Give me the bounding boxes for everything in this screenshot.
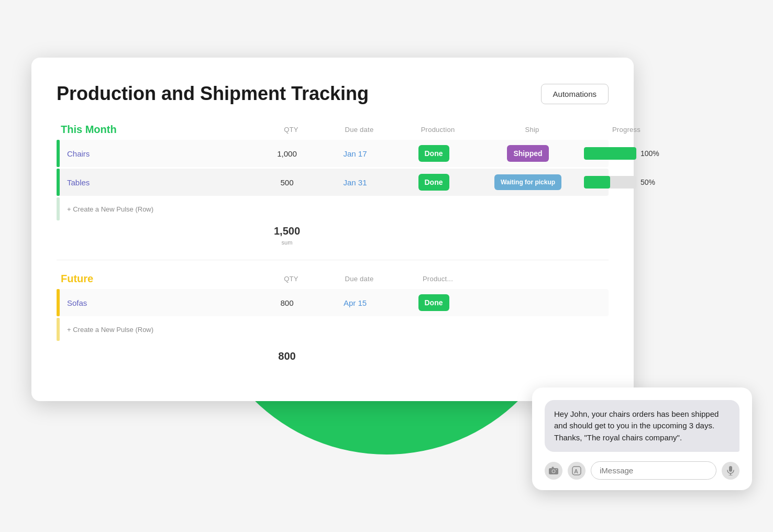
table-row: Sofas 800 Apr 15 Done [57,289,609,316]
progress-fill-chairs [584,147,636,160]
appstore-icon[interactable]: A [568,462,586,480]
scene: Production and Shipment Tracking Automat… [0,0,773,532]
row-indicator-green [57,169,60,196]
row-indicator-yellow [57,289,60,316]
table-row: Tables 500 Jan 31 Done Waiting for picku… [57,169,609,196]
ship-badge-chairs: Shipped [507,145,548,162]
sum-row-this-month: 1,500 sum [57,222,609,249]
future-header: Future QTY Due date Product... [57,273,609,285]
table-row: Chairs 1,000 Jan 17 Done Shipped 100% [57,140,609,167]
progress-track-chairs [584,147,636,160]
production-badge-sofas: Done [418,294,449,311]
imessage-input[interactable] [591,461,716,480]
progress-cell-chairs: 100% [580,147,664,160]
row-indicator-green [57,140,60,167]
sum-value: 1,500 [256,225,318,237]
create-indicator-future [57,318,60,341]
create-row-this-month[interactable]: + Create a New Pulse (Row) [57,197,609,220]
row-name-cell: Sofas [57,289,256,316]
svg-rect-7 [729,466,732,472]
section-divider [57,260,609,260]
row-qty-sofas: 800 [256,298,318,307]
create-row-label: + Create a New Pulse (Row) [67,205,153,213]
production-badge-tables: Done [418,174,449,191]
ship-badge-tables: Waiting for pickup [494,174,561,190]
svg-rect-3 [552,467,554,469]
col-ship-header: Ship [480,126,584,134]
sum-cell: 1,500 sum [256,225,318,247]
progress-track-tables [584,176,636,189]
create-indicator [57,197,60,220]
col-progress-header: Progress [584,126,668,134]
future-col-due-date-header: Due date [323,275,396,283]
row-name-cell: Tables [57,169,256,196]
message-bubble: Hey John, your chairs orders has been sh… [545,400,739,452]
camera-icon[interactable] [545,462,562,480]
row-qty-tables: 500 [256,178,318,187]
row-qty-chairs: 1,000 [256,149,318,158]
svg-text:A: A [574,468,578,474]
create-row-cell[interactable]: + Create a New Pulse (Row) [57,197,256,220]
row-date-chairs: Jan 17 [318,149,392,158]
create-row-label-future: + Create a New Pulse (Row) [67,326,153,334]
sum-row-future: 800 [57,342,609,370]
this-month-header: This Month QTY Due date Production Ship … [57,124,609,136]
this-month-label: This Month [61,124,260,136]
imessage-card: Hey John, your chairs orders has been sh… [532,387,752,491]
imessage-toolbar: A [545,461,739,480]
row-name-tables: Tables [67,178,90,187]
card-header: Production and Shipment Tracking Automat… [57,83,609,105]
progress-pct-tables: 50% [641,178,660,186]
future-col-production-header: Product... [396,275,480,283]
col-due-date-header: Due date [323,126,396,134]
col-production-header: Production [396,126,480,134]
col-qty-header: QTY [260,126,323,134]
sum-label: sum [282,239,293,246]
row-name-cell: Chairs [57,140,256,167]
row-date-tables: Jan 31 [318,178,392,187]
progress-pct-chairs: 100% [641,149,660,158]
svg-point-4 [556,469,557,470]
future-col-qty-header: QTY [260,275,323,283]
sum-value-future: 800 [256,350,318,362]
progress-fill-tables [584,176,610,189]
row-name-chairs: Chairs [67,149,90,158]
progress-cell-tables: 50% [580,176,664,189]
page-title: Production and Shipment Tracking [57,83,369,105]
row-name-sofas: Sofas [67,298,87,307]
create-row-future[interactable]: + Create a New Pulse (Row) [57,318,609,341]
svg-point-2 [553,470,555,472]
create-row-cell-future[interactable]: + Create a New Pulse (Row) [57,318,256,341]
future-section: Future QTY Due date Product... Sofas 800… [57,273,609,370]
tracking-card: Production and Shipment Tracking Automat… [31,58,634,401]
row-date-sofas: Apr 15 [318,298,392,307]
future-label: Future [61,273,260,285]
mic-icon[interactable] [722,462,739,480]
sum-cell-future: 800 [256,350,318,362]
automations-button[interactable]: Automations [541,84,609,104]
this-month-section: This Month QTY Due date Production Ship … [57,124,609,249]
message-text: Hey John, your chairs orders has been sh… [554,409,719,442]
production-badge-chairs: Done [418,145,449,162]
